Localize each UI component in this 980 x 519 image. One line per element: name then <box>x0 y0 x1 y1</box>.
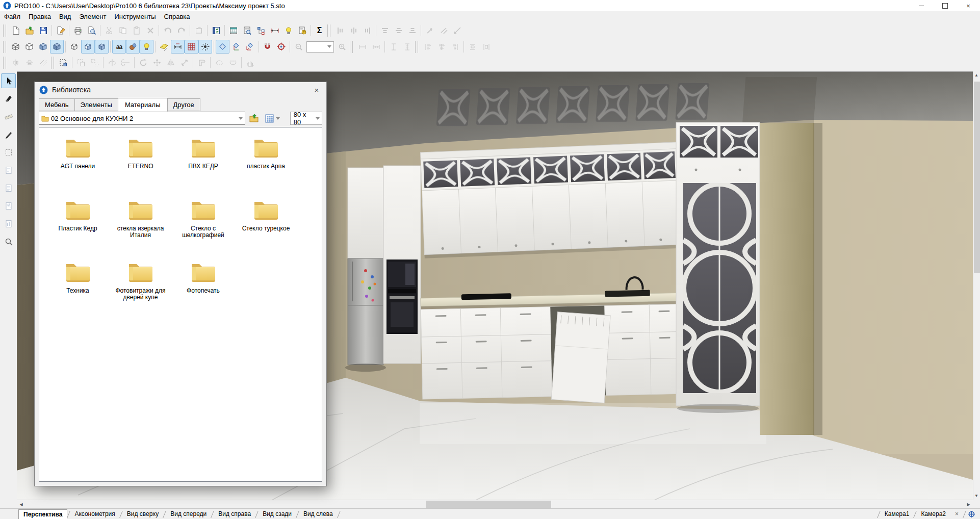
select-cursor-tool[interactable] <box>1 73 16 88</box>
add-camera-icon[interactable] <box>966 510 977 518</box>
solid-view-button[interactable] <box>36 40 50 54</box>
thumbnail-size-combo[interactable]: 80 x 80 <box>290 112 322 125</box>
view-tab-back[interactable]: Вид сзади <box>258 509 296 519</box>
show-grid-button[interactable] <box>185 40 198 54</box>
contour-tool[interactable] <box>1 145 16 160</box>
minimize-button[interactable] <box>910 0 933 11</box>
paste-special-button <box>192 23 205 37</box>
close-camera-tab-button[interactable]: × <box>950 509 963 519</box>
folder-item[interactable]: Стекло с шелкографией <box>172 196 235 258</box>
tab-elements[interactable]: Элементы <box>74 98 118 111</box>
library-dialog-titlebar[interactable]: Библиотека × <box>35 82 326 97</box>
sum-sigma-button[interactable]: Σ <box>313 23 326 37</box>
report-4-tool[interactable] <box>1 216 16 231</box>
show-dimensions-button[interactable] <box>171 40 185 54</box>
tab-other[interactable]: Другое <box>167 98 200 111</box>
tab-furniture[interactable]: Мебель <box>39 98 75 111</box>
zoom-tool[interactable] <box>1 234 16 249</box>
report-1-tool[interactable] <box>1 163 16 177</box>
scroll-up-button[interactable]: ▲ <box>973 71 980 79</box>
accounting-button[interactable] <box>295 23 309 37</box>
folder-item[interactable]: ПВХ КЕДР <box>172 134 235 196</box>
chevron-down-icon <box>239 117 243 120</box>
print-button[interactable] <box>71 23 85 37</box>
report-2-tool[interactable] <box>1 180 16 195</box>
snap-target-button[interactable] <box>274 40 288 54</box>
library-folder-list: AGT панели ETERNO ПВХ КЕДР пластик Арпа … <box>39 127 322 482</box>
show-text-button[interactable]: aa <box>112 40 126 54</box>
folder-path-combo[interactable]: 02 Основное для КУХНИ 2 <box>39 112 245 125</box>
show-lighting-button[interactable] <box>140 40 153 54</box>
view-tab-left[interactable]: Вид слева <box>299 509 338 519</box>
price-list-button[interactable] <box>226 23 240 37</box>
scroll-down-button[interactable]: ▼ <box>973 492 980 500</box>
box-white-button[interactable] <box>67 40 81 54</box>
pencil-tool[interactable] <box>1 127 16 142</box>
show-materials-button[interactable] <box>126 40 140 54</box>
view-tab-axonometry[interactable]: Аксонометрия <box>70 509 119 519</box>
view-tab-right[interactable]: Вид справа <box>214 509 255 519</box>
ruler-tool[interactable] <box>1 109 16 124</box>
snap-axis-button[interactable] <box>229 40 243 54</box>
horizontal-scrollbar[interactable]: ◀ ▶ <box>17 500 973 509</box>
tab-materials[interactable]: Материалы <box>118 98 168 112</box>
zoom-combo[interactable] <box>306 41 334 53</box>
folder-item[interactable]: ETERNO <box>109 134 172 196</box>
select-elements-button[interactable] <box>57 56 70 70</box>
view-mode-button[interactable] <box>263 112 284 125</box>
new-file-button[interactable] <box>9 23 22 37</box>
scroll-right-button[interactable]: ▶ <box>964 501 973 508</box>
wireframe-view-button[interactable] <box>9 40 22 54</box>
folder-item[interactable]: Фотовитражи для дверей купе <box>109 258 172 320</box>
folder-item[interactable]: AGT панели <box>46 134 109 196</box>
element-properties-button[interactable] <box>54 23 67 37</box>
report-3-tool[interactable] <box>1 198 16 213</box>
snap-origin-button[interactable] <box>243 40 257 54</box>
folder-item[interactable]: Пластик Кедр <box>46 196 109 258</box>
view-tab-perspective[interactable]: Перспектива <box>18 509 67 519</box>
folder-item[interactable]: пластик Арпа <box>235 134 297 196</box>
print-preview-button[interactable] <box>85 23 98 37</box>
edit-label-button[interactable] <box>157 40 171 54</box>
box-wire-blue-button[interactable] <box>81 40 95 54</box>
report-preview-button[interactable] <box>240 23 254 37</box>
folder-item[interactable]: Фотопечать <box>172 258 235 320</box>
restore-button[interactable] <box>933 0 957 11</box>
view-tab-front[interactable]: Вид спереди <box>166 509 211 519</box>
vertical-scroll-thumb[interactable] <box>974 82 980 273</box>
lighting-button[interactable] <box>281 23 295 37</box>
open-file-button[interactable] <box>22 23 36 37</box>
box-solid-button[interactable] <box>95 40 109 54</box>
dimensions-report-button[interactable] <box>268 23 281 37</box>
menu-edit[interactable]: Правка <box>24 12 55 21</box>
horizontal-scroll-thumb[interactable] <box>426 501 551 508</box>
structure-tree-button[interactable] <box>254 23 268 37</box>
save-file-button[interactable] <box>36 23 50 37</box>
menu-element[interactable]: Элемент <box>75 12 110 21</box>
folder-up-button[interactable] <box>247 112 261 125</box>
menu-tools[interactable]: Инструменты <box>110 12 160 21</box>
menu-file[interactable]: Файл <box>0 12 24 21</box>
camera-tab-2[interactable]: Камера2 <box>916 509 950 519</box>
hidden-line-view-button[interactable] <box>22 40 36 54</box>
align-c-button <box>448 40 462 54</box>
photorealism-button[interactable] <box>198 40 212 54</box>
magnet-snap-button[interactable] <box>261 40 274 54</box>
delete-button <box>143 23 157 37</box>
close-button[interactable]: × <box>957 0 980 11</box>
menu-help[interactable]: Справка <box>160 12 194 21</box>
textured-view-button[interactable] <box>50 40 64 54</box>
folder-item[interactable]: Стекло турецкое <box>235 196 297 258</box>
settings-checklist-button[interactable] <box>209 23 223 37</box>
library-close-button[interactable]: × <box>307 82 326 97</box>
folder-item[interactable]: стекла изеркала Италия <box>109 196 172 258</box>
snap-free-button[interactable] <box>216 40 229 54</box>
scroll-left-button[interactable]: ◀ <box>17 501 25 508</box>
vertical-scrollbar[interactable]: ▲ ▼ <box>973 71 980 500</box>
menu-view[interactable]: Вид <box>55 12 75 21</box>
camera-tab-1[interactable]: Камера1 <box>880 509 914 519</box>
arc-up-button <box>212 56 226 70</box>
knife-tool[interactable] <box>1 91 16 106</box>
folder-item[interactable]: Техника <box>46 258 109 320</box>
view-tab-top[interactable]: Вид сверху <box>122 509 164 519</box>
